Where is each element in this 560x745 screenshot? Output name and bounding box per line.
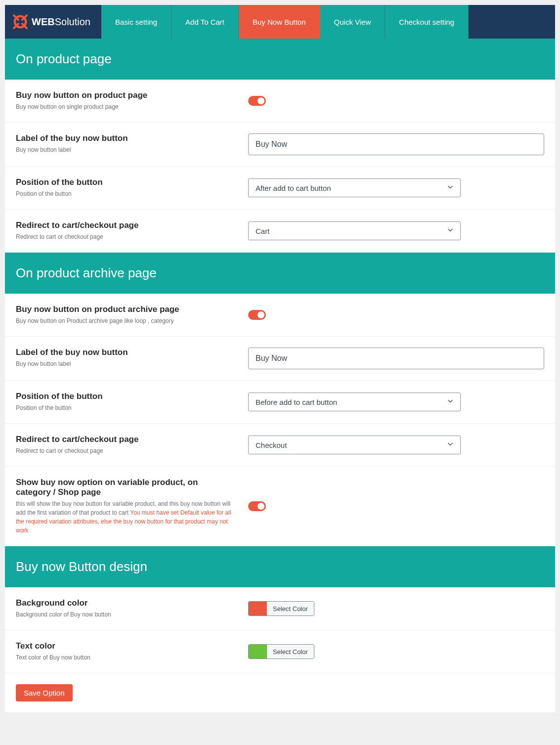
label-desc: Redirect to cart or checkout page [16,232,233,241]
save-row: Save Option [5,673,555,712]
label-title: Redirect to cart/checkout page [16,220,233,230]
select-redirect-archive[interactable]: Checkout [248,436,461,454]
row-redirect-archive-page: Redirect to cart/checkout page Redirect … [5,424,555,467]
row-position-product-page: Position of the button Position of the b… [5,167,555,210]
select-color-button[interactable]: Select Color [266,602,314,615]
label-desc: Background color of Buy now button [16,610,233,619]
section-header-product-page: On product page [5,39,555,80]
row-text-color: Text color Text color of Buy now button … [5,630,555,673]
label-title: Position of the button [16,392,233,401]
row-label-product-page: Label of the buy now button Buy now butt… [5,123,555,167]
label-title: Buy now button on product page [16,90,233,100]
color-picker-bg[interactable]: Select Color [248,601,314,616]
label-desc: Buy now button label [16,145,233,154]
label-title: Position of the button [16,177,233,187]
label-desc: Position of the button [16,189,233,198]
row-bg-color: Background color Background color of Buy… [5,587,555,630]
color-swatch [249,602,266,615]
row-enable-archive-page: Buy now button on product archive page B… [5,294,555,337]
tab-quick-view[interactable]: Quick View [320,5,386,39]
section-header-button-design: Buy now Button design [5,546,555,587]
row-position-archive-page: Position of the button Position of the b… [5,381,555,424]
tabs: Basic setting Add To Cart Buy Now Button… [101,5,469,39]
brand-logo: WEBSolution [5,5,101,39]
label-desc: this will show the buy now button for va… [16,499,233,535]
tab-add-to-cart[interactable]: Add To Cart [172,5,239,39]
save-button[interactable]: Save Option [16,684,73,701]
label-title: Background color [16,598,233,608]
label-title: Buy now button on product archive page [16,305,233,314]
row-label-archive-page: Label of the buy now button Buy now butt… [5,337,555,381]
label-title: Show buy now option on variable product,… [16,478,233,497]
label-title: Text color [16,641,233,651]
select-color-button[interactable]: Select Color [266,645,314,658]
label-title: Redirect to cart/checkout page [16,435,233,444]
brand-text: WEBSolution [32,16,90,28]
tab-checkout-setting[interactable]: Checkout setting [385,5,469,39]
toggle-variable-product[interactable] [248,501,266,511]
color-swatch [249,645,266,658]
label-desc: Buy now button label [16,359,233,368]
label-title: Label of the buy now button [16,348,233,357]
label-desc: Position of the button [16,403,233,412]
label-desc: Text color of Buy now button [16,653,233,662]
input-buynow-label-archive[interactable] [248,348,544,369]
tab-buy-now-button[interactable]: Buy Now Button [239,5,320,39]
select-position-product[interactable]: After add to cart button [248,178,461,197]
input-buynow-label-product[interactable] [248,133,544,155]
select-position-archive[interactable]: Before add to cart button [248,393,461,411]
toggle-enable-archive-page[interactable] [248,310,266,320]
select-redirect-product[interactable]: Cart [248,221,461,240]
color-picker-text[interactable]: Select Color [248,644,314,659]
row-enable-product-page: Buy now button on product page Buy now b… [5,80,555,123]
row-variable-product: Show buy now option on variable product,… [5,467,555,546]
topbar: WEBSolution Basic setting Add To Cart Bu… [5,5,555,39]
toggle-enable-product-page[interactable] [248,96,266,106]
label-title: Label of the buy now button [16,133,233,143]
label-desc: Buy now button on single product page [16,102,233,111]
label-desc: Buy now button on Product archive page l… [16,316,233,325]
brand-icon [12,13,29,30]
row-redirect-product-page: Redirect to cart/checkout page Redirect … [5,210,555,253]
label-desc: Redirect to cart or checkout page [16,446,233,455]
tab-basic-setting[interactable]: Basic setting [101,5,172,39]
section-header-archive-page: On product archive page [5,253,555,294]
